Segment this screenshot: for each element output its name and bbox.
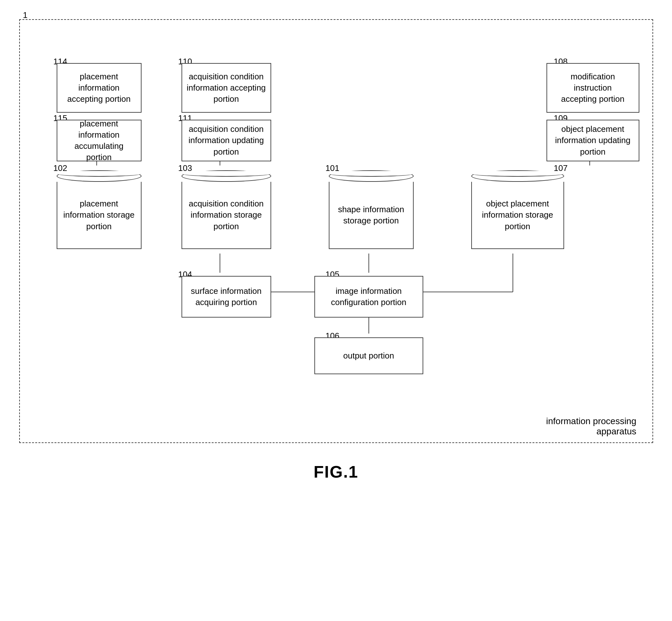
cyl-top-inner-101 xyxy=(329,171,413,177)
cyl-top-101 xyxy=(329,170,414,182)
box-110: acquisition conditioninformation accepti… xyxy=(181,63,271,113)
box-105: image informationconfiguration portion xyxy=(314,276,423,318)
fig-label: FIG.1 xyxy=(19,462,653,482)
cyl-top-inner-103 xyxy=(182,171,270,177)
box-114: placementinformationaccepting portion xyxy=(57,63,141,113)
cyl-top-102 xyxy=(57,170,141,182)
cyl-body-103: acquisition conditioninformation storage… xyxy=(181,182,271,249)
cyl-top-107 xyxy=(471,170,564,182)
cyl-top-inner-107 xyxy=(472,171,563,177)
cyl-top-103 xyxy=(181,170,271,182)
cylinder-101: shape informationstorage portion xyxy=(329,170,414,249)
box-109: object placementinformation updatingport… xyxy=(546,120,639,161)
diagram-content: 114 placementinformationaccepting portio… xyxy=(36,39,636,417)
cylinder-103: acquisition conditioninformation storage… xyxy=(181,170,271,249)
ref-1: 1 xyxy=(23,10,28,20)
cyl-top-inner-102 xyxy=(57,171,141,177)
diagram-wrapper: 1 xyxy=(19,19,653,482)
outer-box: 1 xyxy=(19,19,653,443)
cylinder-107: object placementinformation storageporti… xyxy=(471,170,564,249)
outer-box-label: information processing apparatus xyxy=(546,416,636,437)
cyl-body-102: placementinformation storageportion xyxy=(57,182,141,249)
box-115: placementinformationaccumulating portion xyxy=(57,120,141,161)
cyl-body-107: object placementinformation storageporti… xyxy=(471,182,564,249)
box-106: output portion xyxy=(314,337,423,374)
box-111: acquisition conditioninformation updatin… xyxy=(181,120,271,161)
cylinder-102: placementinformation storageportion xyxy=(57,170,141,249)
cyl-body-101: shape informationstorage portion xyxy=(329,182,414,249)
box-104: surface informationacquiring portion xyxy=(181,276,271,318)
box-108: modificationinstructionaccepting portion xyxy=(546,63,639,113)
